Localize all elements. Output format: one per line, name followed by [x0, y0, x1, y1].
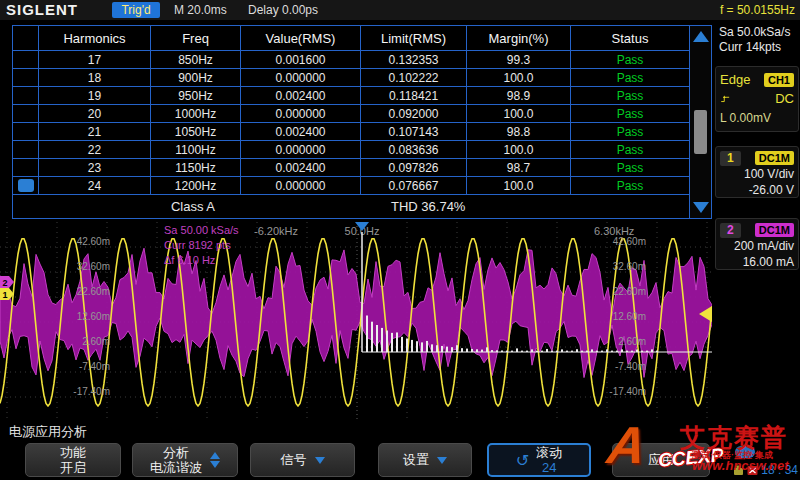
table-row[interactable]: 241200Hz0.0000000.076667100.0Pass — [13, 176, 689, 194]
status-value: Pass — [617, 53, 644, 67]
freq-label-left: -6.20kHz — [254, 225, 298, 237]
top-status-bar: SIGLENT Trig'd M 20.0ms Delay 0.00ps f =… — [0, 0, 800, 20]
trigger-type: Edge — [720, 72, 750, 87]
row-marker-cell — [13, 159, 39, 176]
channel1-scale: 100 V/div — [720, 166, 794, 182]
row-marker-cell — [13, 141, 39, 158]
table-header-row: HarmonicsFreqValue(RMS)Limit(RMS)Margin(… — [13, 26, 689, 50]
down-arrow-icon — [315, 457, 325, 464]
harmonics-table: HarmonicsFreqValue(RMS)Limit(RMS)Margin(… — [12, 25, 712, 219]
column-header: Freq — [151, 26, 241, 50]
scrollbar-thumb[interactable] — [694, 110, 707, 154]
channel2-coupling-badge: DC1M — [755, 223, 794, 237]
scale-label-left: 42.60m — [77, 236, 110, 247]
scale-label-left: 12.60m — [77, 311, 110, 322]
scroll-down-icon[interactable] — [693, 202, 709, 213]
bottom-menu-bar: 电源应用分析 功能 开启 分析 电流谐波 信号 设置 ↺ 滚动 24 应用 — [0, 420, 800, 480]
channel2-scale: 200 mA/div — [720, 238, 794, 254]
row-marker-cell — [13, 87, 39, 104]
scale-label-left: 22.60m — [77, 286, 110, 297]
row-marker-cell — [13, 69, 39, 86]
scale-label-right: 32.60m — [613, 261, 646, 272]
row-marker-cell — [13, 177, 39, 194]
scale-label-left: 2.60m — [82, 336, 110, 347]
settings-label: 设置 — [403, 451, 429, 469]
analysis-value: 电流谐波 — [150, 460, 202, 475]
signal-button[interactable]: 信号 — [250, 443, 355, 477]
scale-label-right: 2.60m — [618, 336, 646, 347]
column-header: Value(RMS) — [241, 26, 361, 50]
channel1-coupling-badge: DC1M — [755, 151, 794, 165]
down-arrow-icon — [437, 457, 447, 464]
settings-button[interactable]: 设置 — [378, 443, 472, 477]
scroll-value: 24 — [542, 460, 556, 475]
function-state: 开启 — [60, 460, 86, 475]
scale-label-right: -17.40m — [609, 386, 646, 397]
trigger-level: L 0.00mV — [720, 111, 771, 125]
table-row[interactable]: 201000Hz0.0000000.092000100.0Pass — [13, 104, 689, 122]
clock: 18 : 34 — [761, 463, 798, 477]
table-row[interactable]: 231150Hz0.0024000.09782698.7Pass — [13, 158, 689, 176]
ch2-marker-label: 2 — [3, 278, 8, 288]
scale-label-right: 12.60m — [613, 311, 646, 322]
scale-label-left: -7.40m — [79, 361, 110, 372]
row-marker-cell — [13, 123, 39, 140]
trigger-status-badge[interactable]: Trig'd — [112, 2, 160, 18]
channel2-panel[interactable]: 2 DC1M 200 mA/div 16.00 mA — [715, 218, 799, 270]
scale-label-left: 32.60m — [77, 261, 110, 272]
scroll-label: 滚动 — [536, 445, 562, 460]
status-value: Pass — [617, 71, 644, 85]
trigger-coupling: DC — [775, 91, 794, 106]
signal-label: 信号 — [281, 451, 307, 469]
row-marker-cell — [13, 105, 39, 122]
delay-readout[interactable]: Delay 0.00ps — [248, 3, 318, 17]
apply-label: 应用 — [648, 451, 674, 469]
sample-rate: Sa 50.0kSa/s — [719, 25, 800, 40]
timebase-readout[interactable]: M 20.0ms — [174, 3, 227, 17]
apply-button[interactable]: 应用 — [612, 443, 710, 477]
scale-label-left: -17.40m — [73, 386, 110, 397]
waveform-svg: 42.60m42.60m32.60m32.60m22.60m22.60m12.6… — [0, 222, 712, 420]
trigger-panel[interactable]: Edge CH1 DC L 0.00mV — [715, 66, 799, 132]
menu-title: 电源应用分析 — [9, 423, 87, 441]
rising-edge-icon — [720, 93, 731, 104]
memory-depth: Curr 14kpts — [719, 40, 800, 55]
scale-label-right: -7.40m — [615, 361, 646, 372]
status-value: Pass — [617, 107, 644, 121]
thd-readout: THD 36.74% — [373, 199, 689, 214]
function-label: 功能 — [60, 445, 86, 460]
channel1-offset: -26.00 V — [720, 182, 794, 198]
status-value: Pass — [617, 125, 644, 139]
channel1-number: 1 — [720, 151, 741, 166]
function-enable-button[interactable]: 功能 开启 — [25, 443, 121, 477]
knob-icon: ↺ — [516, 451, 529, 470]
column-header: Margin(%) — [467, 26, 571, 50]
scale-label-right: 22.60m — [613, 286, 646, 297]
table-scrollbar[interactable] — [689, 26, 711, 218]
fft-info-line: Δf 6.10 Hz — [164, 254, 215, 266]
updown-arrow-icon — [210, 452, 220, 468]
scroll-harmonic-button[interactable]: ↺ 滚动 24 — [487, 443, 591, 477]
freq-label-right: 6.30kHz — [594, 225, 634, 237]
table-footer-row: Class ATHD 36.74% — [13, 194, 689, 218]
waveform-display[interactable]: 42.60m42.60m32.60m32.60m22.60m22.60m12.6… — [0, 222, 712, 420]
frequency-counter: f = 50.0155Hz — [720, 3, 795, 17]
status-value: Pass — [617, 179, 644, 193]
analysis-type-button[interactable]: 分析 电流谐波 — [132, 443, 238, 477]
scroll-up-icon[interactable] — [693, 31, 709, 42]
status-value: Pass — [617, 161, 644, 175]
scale-label-right: 42.60m — [613, 236, 646, 247]
acquisition-readout: Sa 50.0kSa/s Curr 14kpts — [714, 20, 800, 55]
fft-info-line: Sa 50.00 kSa/s — [164, 224, 239, 236]
table-row[interactable]: 17850Hz0.0016000.13235399.3Pass — [13, 50, 689, 68]
table-row[interactable]: 19950Hz0.0024000.11842198.9Pass — [13, 86, 689, 104]
siglent-logo: SIGLENT — [6, 1, 78, 18]
analysis-label: 分析 — [163, 445, 189, 460]
channel1-panel[interactable]: 1 DC1M 100 V/div -26.00 V — [715, 146, 799, 198]
table-row[interactable]: 211050Hz0.0024000.10714398.8Pass — [13, 122, 689, 140]
table-row[interactable]: 221100Hz0.0000000.083636100.0Pass — [13, 140, 689, 158]
status-value: Pass — [617, 89, 644, 103]
table-row[interactable]: 18900Hz0.0000000.102222100.0Pass — [13, 68, 689, 86]
row-marker-cell — [13, 51, 39, 68]
column-header: Harmonics — [39, 26, 151, 50]
